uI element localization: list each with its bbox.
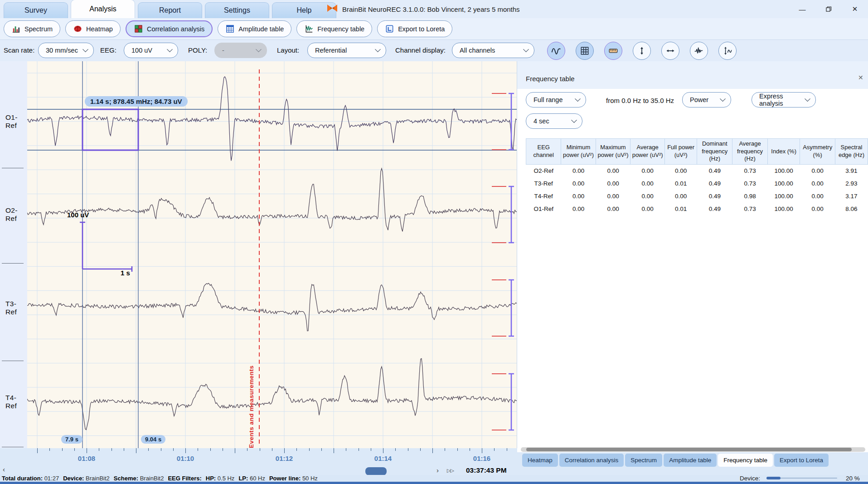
column-header: Index (%) bbox=[767, 139, 800, 165]
tab-survey[interactable]: Survey bbox=[4, 2, 68, 18]
tab-report[interactable]: Report bbox=[138, 2, 202, 18]
table-cell: 0.49 bbox=[697, 164, 732, 177]
eeg-trace-o1-ref bbox=[27, 77, 517, 161]
close-button[interactable]: ✕ bbox=[842, 0, 868, 18]
toolbar-button-label: Export to Loreta bbox=[398, 25, 445, 33]
table-row[interactable]: T3-Ref0.000.000.000.010.490.73100.000.00… bbox=[526, 177, 868, 190]
poly-select: - bbox=[214, 43, 267, 58]
table-cell: 3.17 bbox=[835, 190, 868, 203]
eeg-plot-area[interactable]: 1.14 s; 878.45 mHz; 84.73 uV 100 uV 1 s … bbox=[27, 61, 517, 448]
table-cell: 0.01 bbox=[664, 177, 697, 190]
status-segment: Scheme: BrainBit2 bbox=[114, 475, 164, 482]
view-tab-correlation-analysis[interactable]: Correlation analysis bbox=[559, 454, 624, 467]
channel-label-t4-ref: T4-Ref bbox=[5, 394, 27, 410]
tab-analysis[interactable]: Analysis bbox=[71, 0, 135, 18]
status-segment: LP: 60 Hz bbox=[238, 475, 265, 482]
table-header: EEG channelMinimum power (uV²)Maximum po… bbox=[526, 139, 868, 165]
time-tick bbox=[284, 448, 285, 453]
view-tab-amplitude-table[interactable]: Amplitude table bbox=[664, 454, 717, 467]
vertical-scale-button[interactable] bbox=[633, 42, 651, 60]
eeg-trace-t4-ref bbox=[27, 358, 517, 430]
mode-select[interactable]: Express analysis bbox=[752, 92, 816, 108]
view-tab-spectrum[interactable]: Spectrum bbox=[625, 454, 662, 467]
table-cell: 0.49 bbox=[697, 190, 732, 203]
table-cell: 0.00 bbox=[664, 190, 697, 203]
restore-button[interactable] bbox=[815, 0, 842, 18]
table-cell: 0.73 bbox=[732, 164, 768, 177]
spectrum-button[interactable]: Spectrum bbox=[4, 20, 60, 37]
range-select[interactable]: Full range bbox=[526, 92, 586, 108]
minimize-button[interactable]: — bbox=[789, 0, 815, 18]
time-tick bbox=[494, 448, 495, 451]
amplitude-table-button[interactable]: Amplitude table bbox=[218, 20, 291, 37]
metric-value: Power bbox=[690, 96, 708, 103]
frequency-table-button[interactable]: Frequency table bbox=[296, 20, 372, 37]
timeline-scrollbar-thumb[interactable] bbox=[365, 467, 387, 475]
view-tab-frequency-table[interactable]: Frequency table bbox=[718, 454, 773, 467]
device-percent: 20 % bbox=[846, 475, 860, 482]
status-value: 60 Hz bbox=[250, 475, 265, 482]
table-row[interactable]: O2-Ref0.000.000.000.000.490.73100.000.00… bbox=[526, 164, 868, 177]
column-header: Average power (uV²) bbox=[630, 139, 664, 165]
table-row[interactable]: T4-Ref0.000.000.000.000.490.98100.000.00… bbox=[526, 190, 868, 203]
table-cell: 0.00 bbox=[630, 164, 664, 177]
table-cell: 0.00 bbox=[800, 190, 835, 203]
brainbit-logo-icon bbox=[326, 4, 338, 15]
horizontal-scale-button[interactable] bbox=[661, 42, 679, 60]
table-row[interactable]: O1-Ref0.000.000.000.010.490.73100.000.00… bbox=[526, 203, 868, 215]
time-tick bbox=[62, 448, 63, 451]
window-controls: — ✕ bbox=[789, 0, 868, 18]
time-tick bbox=[395, 448, 396, 451]
measurement-tooltip: 1.14 s; 878.45 mHz; 84.73 uV bbox=[85, 96, 188, 107]
frequency-table-panel: Frequency table ✕ Full range from 0.0 Hz… bbox=[517, 61, 868, 452]
column-header: EEG channel bbox=[526, 139, 561, 165]
table-cell: 0.00 bbox=[596, 177, 630, 190]
wave-smoothing-button[interactable] bbox=[547, 42, 565, 60]
time-tick bbox=[470, 448, 470, 451]
heatmap-button[interactable]: Heatmap bbox=[65, 20, 121, 37]
panel-scrollbar-thumb[interactable] bbox=[526, 448, 852, 451]
status-value: 01:27 bbox=[44, 475, 59, 482]
scan-rate-select[interactable]: 30 mm/sec bbox=[38, 43, 94, 58]
fast-forward-button[interactable]: ▷▷ bbox=[447, 468, 454, 474]
panel-close-icon[interactable]: ✕ bbox=[858, 74, 863, 81]
spike-detection-button[interactable] bbox=[690, 42, 708, 60]
grid-view-button[interactable] bbox=[576, 42, 594, 60]
mode-value: Express analysis bbox=[759, 93, 802, 107]
window-select[interactable]: 4 sec bbox=[526, 113, 582, 129]
events-line-label: Events and measurements bbox=[248, 357, 255, 448]
grid-view-icon bbox=[580, 46, 590, 56]
view-tab-export-to-loreta[interactable]: Export to Loreta bbox=[774, 454, 829, 467]
correlation-analysis-button[interactable]: Correlation analysis bbox=[126, 20, 213, 37]
export-to-loreta-button[interactable]: Export to Loreta bbox=[377, 20, 452, 37]
scroll-left-button[interactable]: ‹ bbox=[3, 465, 5, 473]
time-tick bbox=[334, 448, 334, 453]
tab-settings[interactable]: Settings bbox=[205, 2, 269, 18]
heatmap-icon bbox=[73, 24, 82, 34]
toolbar-button-label: Correlation analysis bbox=[147, 25, 204, 33]
eeg-scale-select[interactable]: 100 uV bbox=[124, 43, 178, 58]
ruler-button[interactable] bbox=[604, 42, 622, 60]
layout-select[interactable]: Referential bbox=[307, 43, 386, 58]
panel-horizontal-scrollbar[interactable] bbox=[521, 447, 865, 452]
horizontal-scale-icon bbox=[665, 46, 675, 56]
table-cell: 0.00 bbox=[561, 203, 596, 215]
step-forward-button[interactable]: › bbox=[436, 466, 439, 474]
chevron-down-icon bbox=[720, 96, 726, 102]
amplitude-sine-button[interactable] bbox=[718, 42, 737, 60]
channel-display-select[interactable]: All channels bbox=[452, 43, 534, 58]
time-tick bbox=[321, 448, 322, 451]
table-cell: 0.73 bbox=[732, 203, 768, 215]
metric-select[interactable]: Power bbox=[682, 92, 731, 108]
table-cell: 100.00 bbox=[767, 190, 800, 203]
time-axis-label: 01:10 bbox=[177, 455, 194, 462]
time-tick bbox=[210, 448, 211, 451]
cursor-time-badge: 7.9 s bbox=[61, 435, 82, 444]
view-tab-heatmap[interactable]: Heatmap bbox=[522, 454, 558, 467]
frequency-table-icon bbox=[304, 24, 314, 34]
time-tick bbox=[37, 448, 38, 453]
time-tick bbox=[87, 448, 87, 453]
channel-divider bbox=[2, 263, 24, 264]
channel-divider bbox=[2, 168, 24, 168]
status-label: Total duration: bbox=[2, 475, 44, 482]
